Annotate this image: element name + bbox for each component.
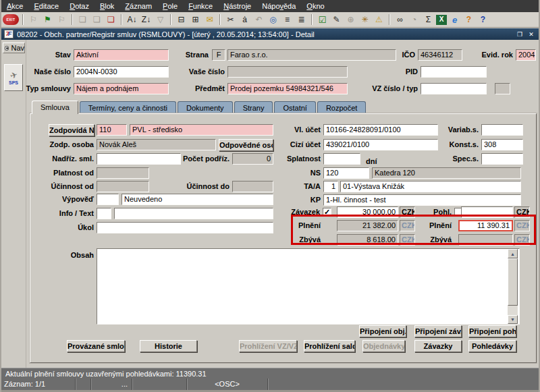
- ico-field[interactable]: 46346112: [418, 49, 462, 61]
- splatnost-field[interactable]: [323, 153, 360, 165]
- ucinnost-od-field[interactable]: [97, 181, 149, 192]
- info-text-field[interactable]: [114, 208, 273, 219]
- zavazky-button[interactable]: Závazky: [414, 340, 462, 352]
- sort-descending-icon[interactable]: Z↓: [140, 13, 153, 26]
- pohledavky-button[interactable]: Pohledávky: [468, 340, 516, 352]
- zodpovida-ns-button[interactable]: Zodpovídá NS: [49, 124, 94, 136]
- pid-field[interactable]: [421, 66, 487, 78]
- plneni-zav-field[interactable]: 21 382.00: [337, 220, 398, 231]
- flag-clear-icon[interactable]: ⚐: [55, 13, 68, 26]
- warning-icon[interactable]: ⚠: [373, 13, 385, 26]
- sort-ascending-icon[interactable]: A↓: [126, 13, 138, 26]
- menu-napoveda[interactable]: Nápověda: [256, 1, 301, 11]
- pohl-currency-field[interactable]: CZK: [514, 206, 530, 218]
- paste-icon[interactable]: ȧ: [238, 13, 251, 26]
- pripojeni-obj-button[interactable]: Připojení obj.: [359, 325, 406, 337]
- print-setup-icon[interactable]: ⊞: [189, 13, 202, 26]
- zodpovida-ns-code-field[interactable]: 110: [97, 124, 127, 136]
- historie-button[interactable]: Historie: [140, 340, 197, 352]
- strana-code-field[interactable]: F: [212, 49, 225, 61]
- note-edit-icon[interactable]: ✎: [330, 13, 343, 26]
- taa-code-field[interactable]: 1: [323, 181, 338, 192]
- list-icon[interactable]: ≡: [281, 13, 294, 26]
- cut-icon[interactable]: ✂: [224, 13, 237, 26]
- flag-current-icon[interactable]: ⚑: [41, 13, 54, 26]
- mail-icon[interactable]: ✉: [203, 13, 216, 26]
- plneni-pohl-field[interactable]: 11 390.31: [458, 220, 513, 231]
- helm-icon[interactable]: ✳: [358, 13, 371, 26]
- tree-list-icon[interactable]: ≣: [295, 13, 308, 26]
- nadriz-sml-field[interactable]: [97, 153, 181, 165]
- folder-save-icon[interactable]: ❏: [76, 13, 89, 26]
- menu-dotaz[interactable]: Dotaz: [64, 1, 94, 11]
- provazane-smlouvy-button[interactable]: Provázané smlouvy: [67, 340, 125, 352]
- print-icon[interactable]: ⊟: [175, 13, 188, 26]
- menu-funkce[interactable]: Funkce: [183, 1, 218, 11]
- ukol-field[interactable]: [97, 222, 273, 233]
- prohlizeni-salda-button[interactable]: Prohlížení salda: [304, 340, 355, 352]
- vz-typ-field[interactable]: [495, 83, 510, 94]
- zodpovida-ns-name-field[interactable]: PVL - středisko: [130, 124, 273, 136]
- menu-nastroje[interactable]: Nástroje: [218, 1, 256, 11]
- objednavky-button[interactable]: Objednávky: [362, 340, 405, 352]
- pripojeni-pohl-button[interactable]: Připojení pohl.: [468, 325, 516, 337]
- menu-okno[interactable]: Okno: [301, 1, 329, 11]
- vypoved-code-field[interactable]: [97, 194, 119, 205]
- menu-akce[interactable]: Akce: [1, 1, 28, 11]
- zavazek-checkbox[interactable]: ✓: [323, 208, 331, 217]
- restore-window-icon[interactable]: ❐: [515, 30, 524, 38]
- obsah-scroll-up-icon[interactable]: ▲: [508, 249, 518, 258]
- tab-dokumenty[interactable]: Dokumenty: [178, 101, 233, 114]
- obsah-scrollbar-thumb[interactable]: [508, 258, 518, 306]
- info-text-code-field[interactable]: [97, 208, 111, 219]
- zavazek-amount-field[interactable]: 30 000.00: [337, 206, 398, 218]
- menu-editace[interactable]: Editace: [28, 1, 64, 11]
- clipboard-check-icon[interactable]: ☑: [316, 13, 329, 26]
- tab-terminy-ceny-a-cinnosti[interactable]: Termíny, ceny a činnosti: [80, 101, 176, 114]
- undo-icon[interactable]: ↶: [252, 13, 265, 26]
- pripojeni-zav-button[interactable]: Připojení záv.: [414, 325, 462, 337]
- vypoved-field[interactable]: Neuvedeno: [122, 194, 273, 205]
- tab-strany[interactable]: Strany: [234, 101, 273, 114]
- close-window-icon[interactable]: ✕: [526, 30, 536, 38]
- ns-code-field[interactable]: 120: [323, 167, 369, 179]
- stav-field[interactable]: Aktivní: [74, 49, 169, 61]
- help-wizard-icon[interactable]: ?: [462, 13, 475, 26]
- ns-name-field[interactable]: Katedra 120: [372, 167, 521, 179]
- predmet-field[interactable]: Prodej pozemku 54984321/546: [227, 83, 348, 94]
- zodp-osoba-field[interactable]: Novák Aleš: [97, 139, 216, 150]
- clock-icon[interactable]: ◔: [408, 13, 421, 26]
- spec-s-field[interactable]: [481, 153, 523, 165]
- folder-run-icon[interactable]: ❏: [90, 13, 103, 26]
- evid-rok-field[interactable]: 2004: [516, 49, 536, 61]
- vase-cislo-field[interactable]: [227, 66, 348, 78]
- obsah-textarea[interactable]: [97, 248, 520, 325]
- kp-field[interactable]: 1-Hl. činnost - test: [323, 194, 521, 206]
- strana-name-field[interactable]: Farao s.r.o.: [227, 49, 396, 61]
- vz-cislo-field[interactable]: [421, 83, 487, 94]
- menu-blok[interactable]: Blok: [94, 1, 119, 11]
- taa-name-field[interactable]: 01-Výstava Knižák: [340, 181, 521, 192]
- variab-s-field[interactable]: [481, 124, 523, 136]
- filter-icon[interactable]: ▽: [154, 13, 167, 26]
- zbyva-pohl-currency-field[interactable]: CZK: [514, 234, 530, 246]
- browser-icon[interactable]: e: [448, 13, 461, 26]
- menu-pole[interactable]: Pole: [157, 1, 183, 11]
- platnost-od-field[interactable]: [97, 167, 149, 179]
- tab-ostatni[interactable]: Ostatní: [274, 101, 315, 114]
- tab-smlouva[interactable]: Smlouva: [32, 101, 78, 114]
- sum-icon[interactable]: Σ: [422, 13, 435, 26]
- zbyva-zav-field[interactable]: 8 618.00: [337, 234, 398, 246]
- link-icon[interactable]: ∞: [394, 13, 406, 26]
- excel-export-icon[interactable]: X: [436, 15, 447, 25]
- pohl-amount-field[interactable]: [461, 206, 513, 218]
- obsah-scroll-down-icon[interactable]: ▼: [508, 315, 518, 324]
- help-icon[interactable]: ?: [477, 13, 489, 26]
- folder-delete-icon[interactable]: ❏: [105, 13, 117, 26]
- konst-s-field[interactable]: 308: [481, 139, 523, 150]
- search-icon[interactable]: ◎: [267, 13, 279, 26]
- zbyva-pohl-field[interactable]: [458, 234, 513, 246]
- typ-smlouvy-field[interactable]: Nájem a podnájem: [74, 83, 169, 94]
- flag-add-icon[interactable]: ⚐: [27, 13, 40, 26]
- plneni-pohl-currency-field[interactable]: CZK: [514, 220, 530, 231]
